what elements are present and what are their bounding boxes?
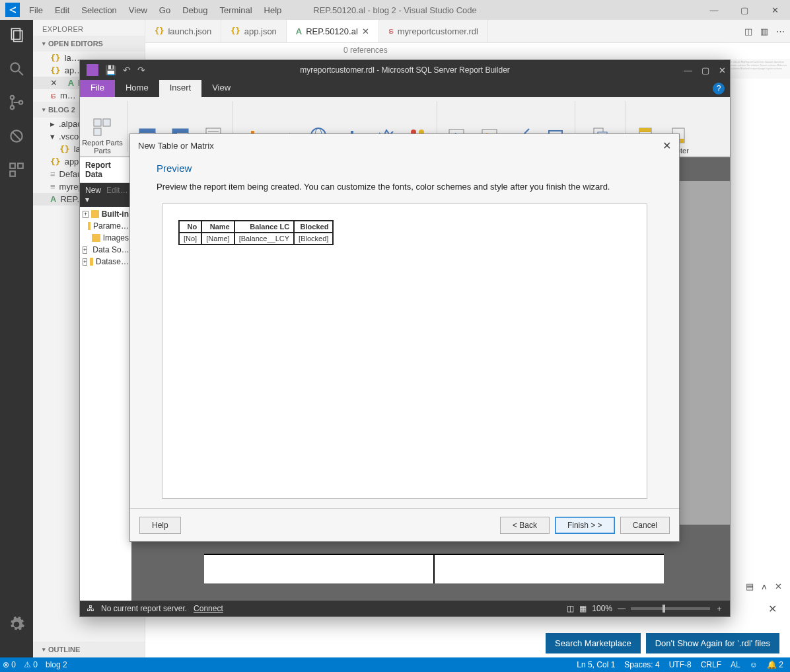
expand-icon[interactable]: + bbox=[83, 258, 87, 266]
tree-node[interactable]: Images bbox=[80, 232, 131, 244]
menu-file[interactable]: File bbox=[29, 5, 43, 15]
svg-point-2 bbox=[11, 63, 19, 71]
tab-rep50120[interactable]: AREP.50120.al✕ bbox=[287, 20, 379, 42]
folder-icon bbox=[92, 234, 100, 242]
source-control-icon[interactable] bbox=[8, 94, 25, 113]
wizard-cancel-button[interactable]: Cancel bbox=[620, 517, 670, 534]
rb-minimize-button[interactable]: — bbox=[684, 65, 692, 75]
status-indent[interactable]: Spaces: 4 bbox=[624, 660, 659, 669]
menu-terminal[interactable]: Terminal bbox=[219, 5, 252, 15]
panel-toolbar: ▤ ʌ ✕ bbox=[746, 581, 782, 591]
json-icon: {} bbox=[231, 26, 240, 36]
status-language[interactable]: AL bbox=[731, 660, 740, 669]
menu-go[interactable]: Go bbox=[159, 5, 170, 15]
window-maximize-button[interactable]: ▢ bbox=[729, 0, 760, 20]
window-minimize-button[interactable]: — bbox=[699, 0, 729, 20]
panel-layout-icon[interactable]: ▥ bbox=[760, 26, 768, 36]
wizard-finish-button[interactable]: Finish > > bbox=[555, 517, 615, 534]
tree-node[interactable]: +Built-in bbox=[80, 208, 131, 220]
save-icon[interactable]: 💾 bbox=[105, 65, 116, 75]
minimap[interactable]: report 50120 MyReportCustomer dataset da… bbox=[724, 59, 790, 79]
menu-edit[interactable]: Edit bbox=[55, 5, 69, 15]
wizard-close-button[interactable]: ✕ bbox=[663, 139, 671, 152]
undo-icon[interactable]: ↶ bbox=[123, 65, 131, 75]
status-feedback-icon[interactable]: ☺ bbox=[750, 660, 758, 669]
tree-node[interactable]: +Datase… bbox=[80, 256, 131, 268]
design-mode-icon[interactable]: ◫ bbox=[567, 604, 574, 613]
status-eol[interactable]: CRLF bbox=[701, 660, 721, 669]
rb-tab-home[interactable]: Home bbox=[115, 80, 159, 97]
rb-ribbon-tabs: File Home Insert View ? bbox=[80, 80, 730, 97]
report-data-new-button[interactable]: New ▾ bbox=[85, 186, 101, 204]
menu-debug[interactable]: Debug bbox=[182, 5, 207, 15]
close-icon[interactable]: ✕ bbox=[362, 26, 369, 36]
debug-icon[interactable] bbox=[8, 128, 25, 147]
expand-icon[interactable]: + bbox=[83, 211, 89, 218]
server-icon: 🖧 bbox=[87, 604, 94, 613]
rb-zoom-level[interactable]: 100% bbox=[592, 604, 612, 613]
rb-report-parts-button[interactable]: Report PartsParts bbox=[80, 97, 125, 156]
rb-help-icon[interactable]: ? bbox=[713, 83, 725, 94]
preview-mode-icon[interactable]: ▦ bbox=[579, 604, 587, 613]
tab-launch-json[interactable]: {}launch.json bbox=[145, 20, 221, 42]
rb-close-button[interactable]: ✕ bbox=[719, 65, 726, 75]
menu-view[interactable]: View bbox=[129, 5, 147, 15]
menu-selection[interactable]: Selection bbox=[81, 5, 116, 15]
extensions-icon[interactable] bbox=[8, 161, 25, 180]
zoom-slider[interactable] bbox=[631, 607, 710, 610]
outline-section[interactable]: OUTLINE bbox=[33, 642, 145, 657]
split-editor-icon[interactable]: ◫ bbox=[744, 26, 752, 36]
search-marketplace-button[interactable]: Search Marketplace bbox=[546, 633, 641, 653]
rb-tab-view[interactable]: View bbox=[201, 80, 241, 97]
codelens-references[interactable]: 0 references bbox=[145, 43, 790, 59]
status-branch[interactable]: blog 2 bbox=[46, 660, 67, 669]
wizard-back-button[interactable]: < Back bbox=[500, 517, 550, 534]
files-icon[interactable] bbox=[8, 26, 25, 46]
zoom-in-button[interactable]: ＋ bbox=[715, 603, 723, 615]
chevron-up-icon[interactable]: ʌ bbox=[762, 581, 767, 591]
svg-point-6 bbox=[19, 100, 22, 104]
folder-icon bbox=[88, 222, 90, 230]
rb-maximize-button[interactable]: ▢ bbox=[701, 65, 709, 75]
settings-gear-icon[interactable] bbox=[8, 616, 25, 635]
report-data-edit-button[interactable]: Edit… bbox=[106, 186, 128, 204]
vscode-status-bar: ⊗ 0 ⚠ 0 blog 2 Ln 5, Col 1 Spaces: 4 UTF… bbox=[0, 657, 790, 672]
rb-tab-insert[interactable]: Insert bbox=[159, 80, 202, 97]
rb-connect-link[interactable]: Connect bbox=[194, 604, 223, 613]
status-cursor-pos[interactable]: Ln 5, Col 1 bbox=[577, 660, 615, 669]
status-notifications[interactable]: 🔔 2 bbox=[767, 660, 783, 669]
close-icon[interactable]: ✕ bbox=[50, 78, 57, 88]
al-icon: A bbox=[296, 26, 302, 36]
window-close-button[interactable]: ✕ bbox=[760, 0, 790, 20]
status-encoding[interactable]: UTF-8 bbox=[669, 660, 692, 669]
svg-rect-47 bbox=[639, 128, 651, 132]
more-icon[interactable]: ⋯ bbox=[776, 26, 785, 36]
wizard-help-button[interactable]: Help bbox=[139, 517, 181, 534]
report-data-header: Report Data bbox=[80, 157, 131, 183]
vscode-logo-icon bbox=[5, 3, 20, 17]
open-editors-section[interactable]: OPEN EDITORS bbox=[33, 36, 145, 52]
tab-app-json[interactable]: {}app.json bbox=[221, 20, 287, 42]
zoom-out-button[interactable]: — bbox=[618, 604, 626, 613]
col-header: Blocked bbox=[294, 221, 333, 233]
window-title: REP.50120.al - blog 2 - Visual Studio Co… bbox=[313, 5, 476, 15]
svg-rect-13 bbox=[103, 119, 110, 126]
tree-node[interactable]: Parame… bbox=[80, 220, 131, 232]
dont-show-again-button[interactable]: Don't Show Again for '.rdl' files bbox=[646, 633, 779, 653]
tree-node[interactable]: +Data So… bbox=[80, 244, 131, 256]
expand-icon[interactable]: + bbox=[83, 246, 87, 254]
tab-myreportcustomer[interactable]: ຣmyreportcustomer.rdl bbox=[379, 20, 488, 42]
menu-help[interactable]: Help bbox=[264, 5, 282, 15]
panel-icon[interactable]: ▤ bbox=[746, 581, 754, 591]
chevron-down-icon: ▾ bbox=[50, 131, 55, 141]
close-icon[interactable]: ✕ bbox=[775, 581, 782, 591]
toast-close-icon[interactable]: ✕ bbox=[768, 603, 777, 615]
status-warnings[interactable]: ⚠ 0 bbox=[24, 660, 38, 669]
redo-icon[interactable]: ↷ bbox=[137, 65, 145, 75]
status-errors[interactable]: ⊗ 0 bbox=[3, 660, 16, 669]
vscode-title-bar: File Edit Selection View Go Debug Termin… bbox=[0, 0, 790, 20]
activity-bar bbox=[0, 20, 33, 657]
json-icon: {} bbox=[59, 144, 70, 154]
rb-tab-file[interactable]: File bbox=[80, 80, 115, 97]
search-icon[interactable] bbox=[8, 60, 25, 79]
